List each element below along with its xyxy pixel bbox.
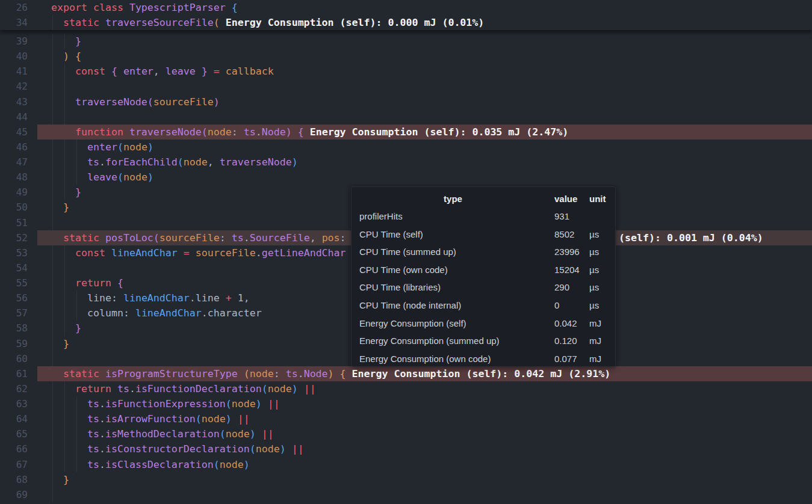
line-number[interactable]: 44 (0, 109, 28, 124)
code-line-48[interactable]: 48 leave(node) (0, 170, 812, 185)
code-token: pos (322, 232, 340, 244)
code-token: isProgramStructureType (105, 368, 244, 380)
code-token: column: (87, 307, 135, 319)
line-number[interactable]: 52 (0, 230, 28, 245)
indent-guide (52, 487, 53, 502)
code-line-26[interactable]: 26export class TypescriptParser { (0, 0, 812, 15)
line-number[interactable]: 43 (0, 94, 28, 109)
code-line-63[interactable]: 63 ts.isFunctionExpression(node) || (0, 396, 812, 411)
code-line-62[interactable]: 62 return ts.isFunctionDeclaration(node)… (0, 381, 812, 396)
line-number[interactable]: 47 (0, 155, 28, 170)
code-token: leave (166, 66, 196, 77)
indent-guide (52, 79, 53, 94)
code-token: . (244, 232, 250, 244)
line-number[interactable]: 34 (0, 15, 28, 30)
code-token: enter (87, 141, 117, 153)
line-number[interactable]: 48 (0, 170, 28, 185)
code-token: forEachChild (105, 156, 178, 168)
code-line-65[interactable]: 65 ts.isMethodDeclaration(node) || (0, 426, 812, 441)
code-token: enter (123, 66, 153, 77)
tooltip-row: CPU Time (self)8502µs (352, 226, 615, 244)
code-text: column: lineAndChar.character (51, 306, 262, 321)
line-number[interactable]: 69 (0, 487, 28, 502)
indent-guide (52, 260, 53, 275)
code-token: . (256, 126, 262, 138)
line-number[interactable]: 64 (0, 411, 28, 426)
tooltip-row: CPU Time (summed up)23996µs (352, 243, 615, 261)
line-number[interactable]: 53 (0, 245, 28, 260)
code-line-61[interactable]: 61 static isProgramStructureType (node: … (0, 366, 812, 381)
line-number[interactable]: 42 (0, 79, 28, 94)
line-number[interactable]: 63 (0, 396, 28, 411)
line-number[interactable]: 61 (0, 366, 28, 381)
line-number[interactable]: 54 (0, 260, 28, 275)
code-line-64[interactable]: 64 ts.isArrowFunction(node) || (0, 411, 812, 426)
code-token: node (220, 459, 244, 470)
line-number[interactable]: 55 (0, 275, 28, 290)
code-token: node (184, 156, 208, 168)
line-number[interactable]: 59 (0, 336, 28, 351)
line-number[interactable]: 62 (0, 381, 28, 396)
code-token: .character (202, 307, 262, 319)
line-number[interactable]: 56 (0, 290, 28, 306)
code-token: ts (87, 443, 99, 455)
code-token: isConstructorDeclaration (105, 443, 250, 455)
code-line-42[interactable]: 42 (0, 79, 812, 94)
energy-annotation: Energy Consumption (self): 0.042 mJ (2.9… (346, 368, 611, 380)
code-token: getLineAndChar (262, 247, 346, 259)
line-number[interactable]: 50 (0, 200, 28, 215)
code-token: : (232, 126, 244, 138)
line-number[interactable]: 39 (0, 34, 28, 49)
code-token: static (63, 368, 105, 380)
code-line-68[interactable]: 68 } (0, 472, 812, 487)
tooltip-type: Energy Consumption (self) (352, 315, 554, 333)
code-token: ) (256, 398, 262, 410)
line-number[interactable]: 66 (0, 441, 28, 456)
tooltip-row: Energy Consumption (self)0.042mJ (352, 315, 615, 333)
code-line-43[interactable]: 43 traverseNode(sourceFile) (0, 94, 812, 109)
code-token: return (75, 383, 117, 395)
line-number[interactable]: 26 (0, 0, 28, 15)
code-token: posToLoc (105, 232, 153, 244)
indent-guide (52, 215, 53, 230)
energy-annotation: Energy Consumption (self): 0.035 mJ (2.4… (304, 126, 569, 138)
code-line-39[interactable]: 39 } (0, 34, 812, 49)
line-number[interactable]: 67 (0, 457, 28, 472)
line-number[interactable]: 41 (0, 64, 28, 79)
code-token: node (232, 398, 256, 410)
code-line-46[interactable]: 46 enter(node) (0, 140, 812, 155)
code-line-40[interactable]: 40 ) { (0, 49, 812, 64)
code-token: .line (190, 292, 226, 304)
code-line-44[interactable]: 44 (0, 109, 812, 124)
code-line-47[interactable]: 47 ts.forEachChild(node, traverseNode) (0, 155, 812, 170)
code-line-34[interactable]: 34 static traverseSourceFile(Energy Cons… (0, 15, 812, 30)
code-line-69[interactable]: 69 (0, 487, 812, 502)
code-line-66[interactable]: 66 ts.isConstructorDeclaration(node) || (0, 441, 812, 456)
code-line-41[interactable]: 41 const { enter, leave } = callback (0, 64, 812, 79)
sticky-scroll-header[interactable]: 26export class TypescriptParser {34 stat… (0, 0, 812, 30)
line-number[interactable]: 46 (0, 140, 28, 155)
tooltip-body: profilerHits931CPU Time (self)8502µsCPU … (352, 207, 615, 367)
tooltip-row: Energy Consumption (own code)0.077mJ (352, 350, 615, 368)
code-line-45[interactable]: 45 function traverseNode(node: ts.Node) … (0, 124, 812, 140)
tooltip-unit: µs (589, 261, 615, 279)
code-token: node (268, 383, 292, 395)
line-number[interactable]: 58 (0, 321, 28, 336)
line-number[interactable]: 51 (0, 215, 28, 230)
code-token: ts (244, 126, 256, 138)
line-number[interactable]: 68 (0, 472, 28, 487)
line-number[interactable]: 45 (0, 124, 28, 140)
tooltip-type: Energy Consumption (summed up) (352, 332, 554, 350)
code-token: = (208, 66, 226, 77)
code-token: { (232, 2, 238, 13)
code-token: . (99, 398, 105, 410)
tooltip-unit: mJ (589, 315, 615, 333)
code-token: ) (280, 443, 286, 455)
line-number[interactable]: 40 (0, 49, 28, 64)
line-number[interactable]: 60 (0, 351, 28, 366)
line-number[interactable]: 57 (0, 306, 28, 321)
line-number[interactable]: 65 (0, 426, 28, 441)
code-line-67[interactable]: 67 ts.isClassDeclaration(node) (0, 457, 812, 472)
line-number[interactable]: 49 (0, 185, 28, 200)
code-token: isFunctionDeclaration (135, 383, 262, 395)
